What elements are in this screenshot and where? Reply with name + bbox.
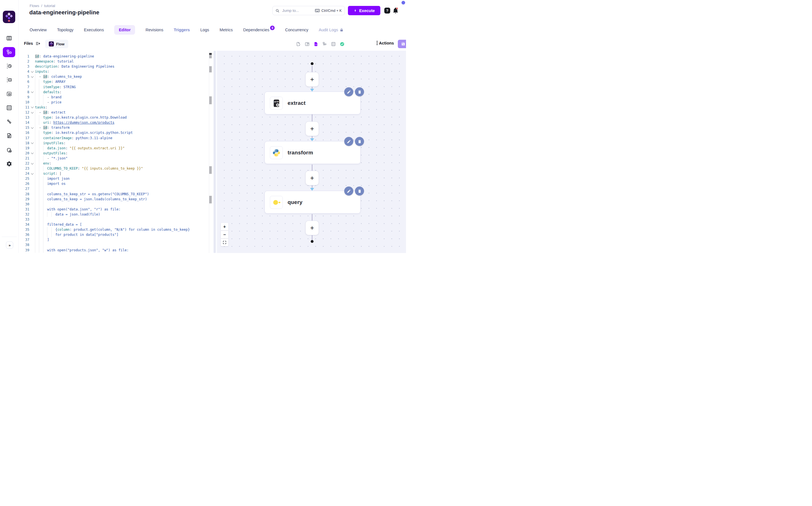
sidebar-item-flows[interactable] (3, 47, 15, 57)
tab-triggers[interactable]: Triggers (174, 28, 190, 32)
code-line[interactable]: 25import json (18, 176, 209, 181)
fold-chevron-icon[interactable] (29, 141, 35, 146)
sidebar-item-plugins[interactable] (3, 116, 15, 126)
tab-topology[interactable]: Topology (57, 28, 73, 32)
code-line[interactable]: 14uri: https://dummyjson.com/products (18, 120, 209, 125)
delete-task-button[interactable] (355, 87, 364, 96)
code-line[interactable]: 13type: io.kestra.plugin.core.http.Downl… (18, 115, 209, 120)
code-line[interactable]: 12- id: extract (18, 110, 209, 115)
file-edit-icon[interactable] (296, 42, 301, 47)
notifications-bell-icon[interactable] (392, 7, 399, 14)
execute-button[interactable]: Execute (348, 6, 380, 15)
fold-chevron-icon[interactable] (29, 74, 35, 79)
code-line[interactable]: 15- id: transform (18, 125, 209, 130)
edit-task-button[interactable] (344, 186, 353, 195)
sidebar-item-docs[interactable] (3, 131, 15, 141)
valid-check-icon[interactable] (340, 42, 345, 47)
code-line[interactable]: 35{column: product.get(column, "N/A") fo… (18, 227, 209, 232)
code-line[interactable]: 3description: Data Engineering Pipelines (18, 64, 209, 69)
code-line[interactable]: 1id: data-engineering-pipeline (18, 54, 209, 59)
save-button[interactable]: Save (398, 40, 406, 48)
tab-revisions[interactable]: Revisions (145, 28, 163, 32)
form-icon[interactable] (331, 42, 336, 47)
code-line[interactable]: 32data = json.load(file) (18, 212, 209, 217)
yaml-code-editor[interactable]: 1id: data-engineering-pipeline2namespace… (18, 51, 213, 253)
tab-dependencies[interactable]: Dependencies0 (243, 28, 275, 32)
code-line[interactable]: 9- brand (18, 95, 209, 100)
sidebar-item-dashboard[interactable] (3, 33, 15, 43)
code-line[interactable]: 36for product in data["products"] (18, 232, 209, 237)
edit-task-button[interactable] (344, 137, 353, 146)
editor-scrollbar[interactable] (209, 51, 209, 253)
code-line[interactable]: 37] (18, 237, 209, 242)
actions-menu-button[interactable]: Actions (376, 40, 394, 46)
tab-executions[interactable]: Executions (84, 28, 104, 32)
code-line[interactable]: 16type: io.kestra.plugin.scripts.python.… (18, 130, 209, 135)
help-button[interactable]: ? (384, 8, 390, 13)
code-line[interactable]: 22env: (18, 161, 209, 166)
add-task-button[interactable]: + (306, 122, 318, 136)
code-line[interactable]: 27 (18, 186, 209, 191)
code-line[interactable]: 17containerImage: python:3.11-alpine (18, 136, 209, 141)
fold-chevron-icon[interactable] (29, 125, 35, 130)
code-line[interactable]: 26import os (18, 181, 209, 186)
code-line[interactable]: 21- "*.json" (18, 156, 209, 161)
code-line[interactable]: 39with open("products.json", "w") as fil… (18, 248, 209, 253)
side-panel-icon[interactable] (305, 42, 310, 47)
edit-task-button[interactable] (344, 87, 353, 96)
code-line[interactable]: 19data.json: "{{ outputs.extract.uri }}" (18, 146, 209, 151)
kestra-logo[interactable] (3, 11, 15, 23)
code-line[interactable]: 38 (18, 242, 209, 247)
tab-metrics[interactable]: Metrics (220, 28, 233, 32)
code-line[interactable]: 18inputFiles: (18, 141, 209, 146)
code-line[interactable]: 5- id: columns_to_keep (18, 74, 209, 79)
code-line[interactable]: 23COLUMNS_TO_KEEP: "{{ inputs.columns_to… (18, 166, 209, 171)
jump-to-search[interactable]: Ctrl/Cmd + K (272, 6, 345, 15)
fold-chevron-icon[interactable] (29, 110, 35, 115)
tab-audit-logs[interactable]: Audit Logs (319, 28, 344, 32)
delete-task-button[interactable] (355, 137, 364, 146)
sidebar-item-settings[interactable] (3, 159, 15, 169)
task-node-transform[interactable]: transform (265, 141, 361, 164)
tab-logs[interactable]: Logs (200, 28, 209, 32)
fold-chevron-icon[interactable] (29, 151, 35, 156)
tab-editor[interactable]: Editor (114, 25, 135, 35)
task-node-query[interactable]: query (265, 191, 361, 214)
delete-task-button[interactable] (355, 186, 364, 195)
task-node-extract[interactable]: HTTP extract (265, 92, 361, 114)
code-file-icon[interactable] (313, 42, 318, 47)
code-line[interactable]: 31with open("data.json", "r") as file: (18, 207, 209, 212)
sidebar-expand-button[interactable]: » (6, 241, 13, 249)
search-input[interactable] (282, 8, 313, 13)
fold-chevron-icon[interactable] (29, 90, 35, 95)
add-task-button[interactable]: + (306, 72, 318, 86)
add-task-button[interactable]: + (306, 221, 318, 235)
files-toggle[interactable]: Files (24, 41, 40, 46)
fit-screen-button[interactable] (221, 239, 228, 246)
code-line[interactable]: 34filtered_data = [ (18, 222, 209, 227)
flow-tree-icon[interactable] (322, 42, 327, 47)
panel-resize-handle[interactable] (213, 51, 217, 253)
fold-chevron-icon[interactable] (29, 161, 35, 166)
sidebar-item-namespaces[interactable] (3, 89, 15, 99)
code-line[interactable]: 8defaults: (18, 90, 209, 95)
code-line[interactable]: 2namespace: tutorial (18, 59, 209, 64)
zoom-out-button[interactable]: − (221, 231, 228, 238)
code-line[interactable]: 4inputs: (18, 69, 209, 74)
code-line[interactable]: 7itemType: STRING (18, 85, 209, 90)
add-task-button[interactable]: + (306, 171, 318, 185)
tab-overview[interactable]: Overview (29, 28, 47, 32)
code-line[interactable]: 6type: ARRAY (18, 79, 209, 84)
sidebar-item-blueprints[interactable] (3, 102, 15, 113)
fold-chevron-icon[interactable] (29, 171, 35, 176)
code-line[interactable]: 30 (18, 202, 209, 207)
code-line[interactable]: 28columns_to_keep_str = os.getenv("COLUM… (18, 191, 209, 197)
flow-file-tab[interactable]: Flow (45, 40, 68, 48)
tab-concurrency[interactable]: Concurrency (285, 28, 308, 32)
sidebar-item-logs[interactable] (3, 75, 15, 85)
code-line[interactable]: 11tasks: (18, 105, 209, 110)
code-line[interactable]: 10- price (18, 100, 209, 105)
code-line[interactable]: 20outputFiles: (18, 151, 209, 156)
topology-canvas[interactable]: + + + + HTTP extract transform query + − (217, 51, 406, 253)
code-line[interactable]: 24script: | (18, 171, 209, 176)
